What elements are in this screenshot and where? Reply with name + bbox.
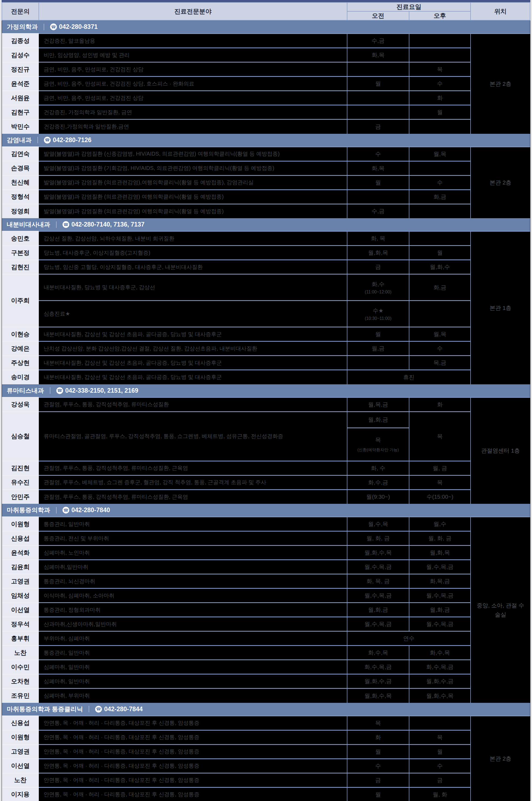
doctor-name-cell: 김성수 (2, 48, 39, 62)
department-phone-number: 042-280-7840 (71, 507, 110, 514)
table-row: 조유민심폐마취, 부위마취월,화,수,목월,화,수,목 (2, 689, 530, 703)
section-header-row: 내분비대사내과☎042-280-7140, 7136, 7137 (2, 218, 530, 231)
pm-days-cell (409, 34, 471, 48)
doctor-name-cell: 윤석준 (2, 77, 39, 91)
section-header-row: 마취통증의학과☎042-280-7840 (2, 504, 530, 517)
doctor-name-cell: 고영권 (2, 574, 39, 588)
am-days-cell: 화,수,금 (347, 475, 409, 490)
table-row: 박민수건강증진,가정의학과 일반질환,금연금 (2, 120, 530, 134)
pm-days-cell: 수 (409, 342, 471, 356)
specialty-cell: 비만, 임상영양, 성인병 예방 및 관리 (39, 48, 347, 62)
pm-days-cell (409, 716, 471, 730)
pm-days-cell: 화,금 (409, 274, 471, 301)
am-split: 월,화,금목(신환(예약환자만 가능) (347, 412, 409, 461)
department-phone-number: 042-338-2150, 2151, 2169 (65, 387, 138, 394)
pm-days-cell: 화,목,금 (409, 574, 471, 588)
doctor-name-cell: 서원윤 (2, 91, 39, 105)
specialty-cell: 내분비대사질환, 당뇨병 및 대사증후군, 갑상선 (39, 274, 347, 301)
staff-schedule-page: 전문의 진료전문분야 진료요일 위치 오전 오후 가정의학과☎042-280-8… (0, 0, 532, 801)
specialty-cell: 통증관리, 일반마취 (39, 517, 347, 531)
am-days-cell (347, 62, 409, 77)
doctor-name-cell: 이원형 (2, 517, 39, 531)
doctor-name-cell: 이지용 (2, 787, 39, 801)
section-header-cell: 류마티스내과☎042-338-2150, 2151, 2169 (2, 384, 530, 398)
section-header: 가정의학과☎042-280-8371 (7, 20, 530, 33)
doctor-name-cell: 천신혜 (2, 175, 39, 189)
table-row: 이선열안면통, 목 · 어깨 · 허리 · 다리통증, 대상포진 후 신경통, … (2, 759, 530, 773)
table-row: 고영권안면통, 목 · 어깨 · 허리 · 다리통증, 대상포진 후 신경통, … (2, 744, 530, 759)
doctor-name-cell: 손경목 (2, 161, 39, 175)
pm-days-cell: 화 (409, 91, 471, 105)
section-header-cell: 마취통증의학과 통증클리닉☎042-280-7844 (2, 703, 530, 716)
header-am: 오전 (347, 11, 409, 20)
am-time-note: (10:30~11:00) (347, 316, 409, 321)
doctor-name-cell: 강성욱 (2, 397, 39, 412)
table-row: 김성수비만, 임상영양, 성인병 예방 및 관리화,목 (2, 48, 530, 62)
header-days: 진료요일 (347, 2, 471, 11)
table-row: 홍부휘부위마취, 심폐마취연수 (2, 631, 530, 645)
table-row: 송민호갑상선 질환, 갑상선암, 뇌하수체질환, 내분비 희귀질환화, 목본관 … (2, 231, 530, 246)
table-row: 천신혜발열(불명열)과 감염질환 (의료관련감염),여행의학클리닉(황열 등 예… (2, 175, 530, 189)
pm-days-cell (409, 301, 471, 327)
doctor-name-cell: 김연숙 (2, 147, 39, 161)
pm-days-cell: 월,수 (409, 517, 471, 531)
am-days-cell: 월,수,목,금 (347, 588, 409, 603)
pm-days-cell (409, 120, 471, 134)
am-days-cell: 수 (347, 759, 409, 773)
section-divider-line (37, 137, 38, 143)
doctor-name-cell: 정우석 (2, 617, 39, 631)
table-body: 가정의학과☎042-280-8371김종성건강증진, 알코올남용수,금본관 2층… (2, 20, 530, 801)
table-row: 안민주관절염, 루푸스, 통풍, 강직성척추염, 류마티스성질환, 근육염월(9… (2, 490, 530, 504)
section-header-cell: 감염내과☎042-280-7126 (2, 134, 530, 147)
pm-days-cell: 월,화,목 (409, 546, 471, 560)
am-days-cell: 월,화,수,목 (347, 689, 409, 703)
am-days-cell: 금 (347, 260, 409, 274)
doctor-name-cell: 안민주 (2, 490, 39, 504)
medical-staff-table: 전문의 진료전문분야 진료요일 위치 오전 오후 가정의학과☎042-280-8… (2, 2, 530, 801)
am-days-cell: 월 (347, 77, 409, 91)
doctor-name-cell: 이주희 (2, 274, 39, 327)
table-row: 심층진료★수★(10:30~11:00) (2, 301, 530, 327)
am-days-cell: 월,수,목,금 (347, 560, 409, 574)
section-header: 내분비대사내과☎042-280-7140, 7136, 7137 (7, 218, 530, 231)
table-row: 이주희내분비대사질환, 당뇨병 및 대사증후군, 갑상선화,수(11:00~12… (2, 274, 530, 301)
table-row: 신용섭통증관리, 전신 및 부위마취월, 화, 금월, 화, 금 (2, 531, 530, 546)
doctor-name-cell: 이선열 (2, 603, 39, 617)
am-days-cell: 월 (347, 327, 409, 342)
pm-days-cell: 수 (409, 175, 471, 189)
header-pm: 오후 (409, 11, 471, 20)
section-header: 마취통증의학과☎042-280-7840 (7, 504, 530, 516)
am-days-note: (신환(예약환자만 가능) (357, 448, 399, 453)
location-cell: 본관 2층 (471, 34, 530, 134)
am-days-cell: 화 (347, 730, 409, 744)
doctor-name-cell: 강예은 (2, 342, 39, 356)
pm-days-cell (409, 48, 471, 62)
pm-days-cell: 목,금 (409, 356, 471, 370)
table-row: 이원형안면통, 목 · 어깨 · 허리 · 다리통증, 대상포진 후 신경통, … (2, 730, 530, 744)
specialty-cell: 건강증진, 가정의학과 일반질환, 금연 (39, 105, 347, 120)
specialty-cell: 심폐마취, 일반마취 (39, 674, 347, 689)
department-phone-number: 042-280-7844 (104, 706, 142, 713)
doctor-name-cell: 김윤희 (2, 560, 39, 574)
doctor-name-cell: 윤석화 (2, 546, 39, 560)
specialty-cell: 관절염, 루푸스, 베체트병, 쇼그렌 증후군, 혈관염, 강직 척추염, 통풍… (39, 475, 347, 490)
am-time-note: (11:00~12:00) (347, 290, 409, 294)
table-row: 손경목발열(불명열)과 감염질환 (기회감염, HIV/AIDS, 의료관련감염… (2, 161, 530, 175)
pm-days-cell (409, 231, 471, 246)
table-row: 이지용안면통, 목 · 어깨 · 허리 · 다리통증, 대상포진 후 신경통, … (2, 787, 530, 801)
table-row: 임채성이식마취, 심폐마취, 소아마취월,수,목,금월,수,목,금 (2, 588, 530, 603)
pm-days-cell: 월,화,수,금 (409, 674, 471, 689)
specialty-cell: 통증관리, 정형외과마취 (39, 603, 347, 617)
section-header-row: 감염내과☎042-280-7126 (2, 134, 530, 147)
pm-days-cell: 월 (409, 744, 471, 759)
specialty-cell: 통증관리, 뇌신경마취 (39, 574, 347, 588)
table-row: 김현진당뇨병, 임신중 고혈당, 이상지질혈증, 대사증후군, 내분비대사질환금… (2, 260, 530, 274)
doctor-name-cell: 정형석 (2, 189, 39, 204)
specialty-cell: 안면통, 목 · 어깨 · 허리 · 다리통증, 대상포진 후 신경통, 암성통… (39, 759, 347, 773)
doctor-name-cell: 송민호 (2, 231, 39, 246)
am-days-cell: 수,금 (347, 34, 409, 48)
table-row: 노찬안면통, 목 · 어깨 · 허리 · 다리통증, 대상포진 후 신경통, 암… (2, 773, 530, 787)
am-days-cell (347, 356, 409, 370)
table-row: 윤석준금연, 비만, 음주, 만성피로, 건강검진 상담, 호스피스 · 완화의… (2, 77, 530, 91)
doctor-name-cell: 노찬 (2, 773, 39, 787)
